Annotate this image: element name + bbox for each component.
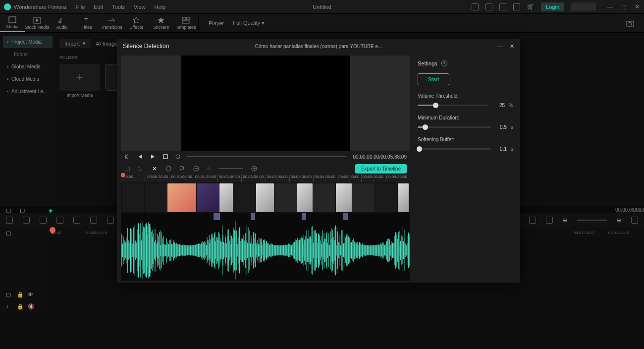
tool-icon[interactable]: [40, 217, 47, 224]
video-track-icon[interactable]: ▢: [6, 230, 12, 236]
lock-icon[interactable]: 🔒: [17, 303, 23, 309]
zoom-slider[interactable]: [218, 168, 243, 169]
tool-icon[interactable]: [631, 217, 638, 224]
maximize-button[interactable]: ◻: [621, 3, 627, 10]
buffer-slider[interactable]: [418, 148, 491, 150]
redo-icon[interactable]: [138, 166, 144, 172]
ribbon-templates[interactable]: Templates: [173, 14, 198, 32]
tool-icon[interactable]: [23, 217, 30, 224]
tool-icon[interactable]: [6, 217, 13, 224]
duration-slider[interactable]: [418, 126, 491, 128]
menu-tools[interactable]: Tools: [112, 4, 125, 10]
menu-file[interactable]: File: [76, 4, 85, 10]
svg-rect-121: [195, 245, 196, 256]
svg-rect-238: [280, 245, 280, 255]
track-icon[interactable]: ▢: [6, 291, 12, 297]
tool-icon[interactable]: [107, 217, 114, 224]
import-dropdown[interactable]: Import ▾: [59, 39, 91, 48]
menu-edit[interactable]: Edit: [94, 4, 103, 10]
step-back-button[interactable]: [137, 154, 143, 160]
import-media-card[interactable]: + Import Media: [59, 64, 100, 98]
svg-rect-63: [154, 233, 154, 268]
svg-rect-267: [301, 240, 301, 261]
ai-image-button[interactable]: AI Image: [96, 41, 117, 47]
svg-rect-229: [273, 245, 274, 256]
cut-icon[interactable]: [152, 166, 158, 172]
login-button[interactable]: Login: [541, 2, 564, 11]
ribbon-audio[interactable]: Audio: [50, 14, 74, 32]
svg-rect-45: [140, 223, 141, 277]
cart-icon[interactable]: 🛒: [527, 3, 534, 10]
zoom-out-icon[interactable]: ⊖: [563, 217, 567, 224]
audio-track-icon[interactable]: ♪: [6, 303, 12, 309]
ribbon-titles[interactable]: TTitles: [74, 14, 99, 32]
video-thumbnails[interactable]: [121, 182, 410, 213]
password-field[interactable]: [571, 2, 596, 11]
modal-close-button[interactable]: ✕: [510, 43, 514, 50]
svg-rect-20: [122, 244, 123, 257]
tool-icon[interactable]: [56, 217, 63, 224]
lock-icon[interactable]: 🔒: [17, 291, 23, 297]
cloud-icon[interactable]: [499, 3, 506, 10]
svg-rect-250: [288, 243, 289, 257]
export-icon[interactable]: [485, 3, 492, 10]
svg-point-12: [176, 155, 180, 159]
mute-icon[interactable]: 🔇: [28, 303, 34, 309]
svg-rect-383: [384, 245, 385, 255]
prev-frame-button[interactable]: [124, 154, 130, 160]
eye-icon[interactable]: 👁: [28, 291, 34, 297]
sidebar-cloud-media[interactable]: Cloud Media: [3, 73, 53, 85]
svg-rect-342: [355, 244, 355, 256]
ribbon-media[interactable]: Media: [0, 14, 25, 32]
svg-rect-364: [371, 245, 371, 255]
tool-icon[interactable]: [546, 217, 553, 224]
tool-icon[interactable]: [529, 217, 536, 224]
panel-icon[interactable]: ▢: [6, 207, 11, 212]
volume-slider[interactable]: [418, 105, 489, 106]
sidebar-project-media[interactable]: Project Media: [3, 36, 53, 48]
quality-dropdown[interactable]: Full Quality ▾: [233, 20, 265, 26]
svg-rect-135: [206, 242, 206, 259]
svg-rect-87: [171, 239, 171, 261]
tool-icon[interactable]: [73, 217, 80, 224]
modal-ruler[interactable]: 00:00 00:00:30:00 00:01:00:00 00:01:30:0…: [121, 174, 410, 182]
svg-rect-156: [220, 241, 221, 259]
panel-icon[interactable]: ▢: [20, 207, 25, 212]
svg-rect-310: [332, 239, 332, 262]
ribbon-transitions[interactable]: Transitions: [99, 14, 124, 32]
search-icon[interactable]: [179, 166, 185, 172]
svg-rect-417: [409, 234, 410, 267]
ribbon-effects[interactable]: Effects: [124, 14, 149, 32]
svg-rect-283: [312, 226, 313, 274]
snapshot-icon[interactable]: [626, 20, 634, 27]
close-button[interactable]: ✕: [635, 3, 640, 10]
minimize-button[interactable]: —: [607, 3, 613, 10]
sidebar-adjustment[interactable]: Adjustment La...: [3, 85, 53, 98]
svg-rect-163: [225, 237, 226, 264]
panel-icon[interactable]: ◈: [49, 207, 54, 212]
stop-button[interactable]: [162, 154, 168, 160]
ribbon-stickers[interactable]: Stickers: [149, 14, 173, 32]
zoom-in-icon[interactable]: [251, 166, 257, 172]
sidebar-global-media[interactable]: Global Media: [3, 60, 53, 73]
loop-button[interactable]: [175, 154, 180, 159]
info-icon[interactable]: ?: [441, 60, 447, 66]
screen-icon[interactable]: [472, 3, 479, 10]
audio-waveform[interactable]: [121, 220, 410, 281]
zoom-in-icon[interactable]: ⊕: [617, 217, 621, 224]
start-button[interactable]: Start: [418, 73, 449, 85]
apps-icon[interactable]: [513, 3, 520, 10]
zoom-out-icon[interactable]: [193, 166, 199, 172]
progress-bar[interactable]: [187, 156, 346, 157]
sidebar-folder[interactable]: Folder: [3, 48, 53, 60]
tool-icon[interactable]: [90, 217, 97, 224]
play-button[interactable]: [150, 154, 156, 160]
modal-minimize-button[interactable]: —: [497, 43, 503, 50]
ribbon-stock[interactable]: Stock Media: [25, 14, 50, 32]
export-timeline-button[interactable]: Export to Timeline: [355, 164, 407, 174]
time-display: 00:00:00:00/00:05:38:09: [353, 154, 407, 160]
menu-view[interactable]: View: [134, 4, 146, 10]
undo-icon[interactable]: [124, 166, 130, 172]
delete-icon[interactable]: [165, 166, 171, 172]
menu-help[interactable]: Help: [155, 4, 166, 10]
